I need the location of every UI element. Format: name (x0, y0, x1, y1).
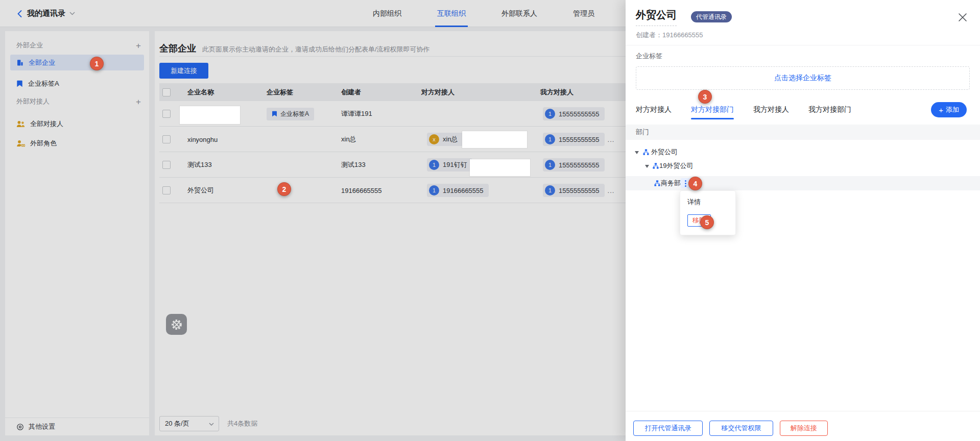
caret-down-icon (69, 12, 75, 15)
col-enterprise-tag: 企业标签 (267, 83, 293, 101)
col-enterprise-name: 企业名称 (187, 83, 214, 101)
widget-settings-button[interactable] (166, 314, 187, 335)
open-managed-contacts-button[interactable]: 打开代管通讯录 (633, 421, 703, 436)
total-count-label: 共4条数据 (227, 419, 257, 428)
annotation-badge-2: 2 (277, 182, 291, 196)
more-indicator: ... (608, 136, 615, 143)
select-tag-link[interactable]: 点击选择企业标签 (774, 74, 831, 83)
department-icon (654, 180, 660, 186)
tab-internal-org[interactable]: 内部组织 (373, 0, 401, 27)
annotation-badge-1: 1 (90, 57, 104, 70)
cell-enterprise-name[interactable]: 外贸公司 (187, 178, 214, 203)
bookmark-icon (272, 111, 277, 117)
their-contact-chip: 119166665555 (427, 184, 489, 197)
row-checkbox[interactable] (162, 127, 171, 152)
gear-tools-icon (170, 318, 183, 331)
sidebar-item-enterprise-tag-a[interactable]: 企业标签A (10, 76, 144, 91)
sidebar-section-external-liaison: 外部对接人 + (5, 97, 149, 106)
annotation-badge-4: 4 (688, 177, 702, 190)
top-tab-bar: 内部组织 互联组织 外部联系人 管理员 (373, 0, 594, 27)
col-their-contact: 对方对接人 (421, 83, 455, 101)
divider (626, 45, 980, 45)
col-creator: 创建者 (341, 83, 361, 101)
enterprise-tag-chip: 企业标签A (267, 108, 314, 120)
add-enterprise-tag-icon[interactable]: + (136, 41, 141, 50)
avatar: 1 (545, 160, 555, 170)
sidebar-item-all-liaisons[interactable]: 全部对接人 (10, 116, 144, 132)
cell-creator: 谭谭谭191 (341, 101, 372, 127)
department-list-header: 部门 (626, 125, 980, 140)
active-tab-underline (435, 26, 468, 27)
tab-their-departments[interactable]: 对方对接部门 (691, 101, 734, 118)
department-icon (653, 163, 659, 169)
tree-node-root[interactable]: 外贸公司 (626, 145, 980, 159)
avatar: 1 (545, 185, 555, 195)
active-tab-underline (691, 118, 734, 119)
annotation-badge-3: 3 (698, 90, 712, 104)
cell-enterprise-name[interactable]: 测试133 (187, 152, 212, 178)
table-header: 企业名称 企业标签 创建者 对方对接人 我方对接人 (159, 83, 626, 101)
bookmark-icon (16, 80, 23, 87)
close-drawer-button[interactable] (957, 11, 969, 23)
tab-external-contacts[interactable]: 外部联系人 (501, 0, 537, 27)
app-window: 我的通讯录 内部组织 互联组织 外部联系人 管理员 外部企业 + 全部企业 企业… (0, 0, 980, 441)
tab-their-contacts[interactable]: 对方对接人 (636, 101, 672, 118)
tab-connected-org[interactable]: 互联组织 (437, 0, 466, 27)
tab-our-departments[interactable]: 我方对接部门 (808, 101, 851, 118)
menu-item-detail[interactable]: 详情 (687, 198, 701, 207)
page-size-select[interactable]: 20 条/页 (159, 416, 219, 431)
row-checkbox[interactable] (162, 152, 171, 178)
tab-our-contacts[interactable]: 我方对接人 (753, 101, 789, 118)
sidebar-section-external-enterprise: 外部企业 + (5, 41, 149, 50)
avatar: 1 (429, 185, 439, 195)
drawer-tab-bar: 对方对接人 对方对接部门 我方对接人 我方对接部门 (636, 101, 851, 118)
tab-admin[interactable]: 管理员 (573, 0, 594, 27)
avatar: 1 (429, 160, 439, 170)
enterprise-tag-picker[interactable]: 点击选择企业标签 (636, 66, 970, 90)
sidebar: 外部企业 + 全部企业 企业标签A 外部对接人 + 全部对接人 外部角色 其他设… (5, 31, 149, 435)
plus-icon: + (939, 106, 943, 114)
people-icon (16, 120, 25, 128)
tree-node-child[interactable]: 19外贸公司 (626, 159, 980, 173)
row-checkbox[interactable] (162, 101, 171, 127)
our-contact-chip: 115555555555 (543, 158, 605, 172)
annotation-badge-5: 5 (700, 215, 714, 229)
transfer-managed-rights-button[interactable]: 移交代管权限 (709, 421, 773, 436)
back-title: 我的通讯录 (27, 9, 65, 18)
new-connection-button[interactable]: 新建连接 (159, 63, 208, 79)
our-contact-chip: 115555555555 (543, 107, 605, 120)
redaction-box (180, 106, 240, 124)
back-to-contacts[interactable]: 我的通讯录 (16, 0, 75, 27)
page-description: 此页面展示你主动邀请的企业，邀请成功后给他们分配表单/流程权限即可协作 (202, 45, 430, 54)
avatar: x (429, 134, 439, 144)
person-role-icon (16, 140, 25, 147)
our-contact-chip: 115555555555 (543, 184, 605, 197)
their-contact-chip: xxin总 (427, 133, 463, 146)
our-contact-chip: 115555555555 (543, 133, 605, 146)
department-icon (643, 149, 649, 155)
add-button[interactable]: +添加 (931, 102, 967, 117)
creator-line: 创建者：19166665555 (636, 31, 703, 40)
disconnect-button[interactable]: 解除连接 (780, 421, 828, 436)
collapse-caret-icon[interactable] (635, 151, 639, 154)
sidebar-other-settings[interactable]: 其他设置 (5, 418, 149, 435)
row-checkbox[interactable] (162, 178, 171, 203)
header-divider (159, 56, 626, 57)
enterprise-detail-drawer: 外贸公司 代管通讯录 创建者：19166665555 企业标签 点击选择企业标签… (626, 0, 980, 441)
table-row: 测试133 测试133 1191钉钉 115555555555 (159, 152, 626, 178)
select-all-checkbox[interactable] (162, 83, 171, 101)
divider (626, 411, 980, 411)
drawer-title: 外贸公司 (636, 8, 677, 26)
tree-node-selected[interactable]: 商务部 (626, 176, 980, 190)
building-icon (16, 59, 23, 66)
add-liaison-icon[interactable]: + (136, 97, 141, 106)
main-panel: 全部企业 此页面展示你主动邀请的企业，邀请成功后给他们分配表单/流程权限即可协作… (155, 31, 626, 435)
sidebar-item-all-enterprises[interactable]: 全部企业 (10, 55, 144, 70)
avatar: 1 (545, 134, 555, 144)
sidebar-item-external-roles[interactable]: 外部角色 (10, 135, 144, 151)
pagination-bar: 20 条/页 共4条数据 (159, 416, 257, 431)
col-our-contact: 我方对接人 (540, 83, 573, 101)
cell-enterprise-name[interactable]: xinyonghu (187, 127, 218, 152)
enterprise-tag-label: 企业标签 (636, 52, 662, 61)
collapse-caret-icon[interactable] (645, 165, 649, 168)
